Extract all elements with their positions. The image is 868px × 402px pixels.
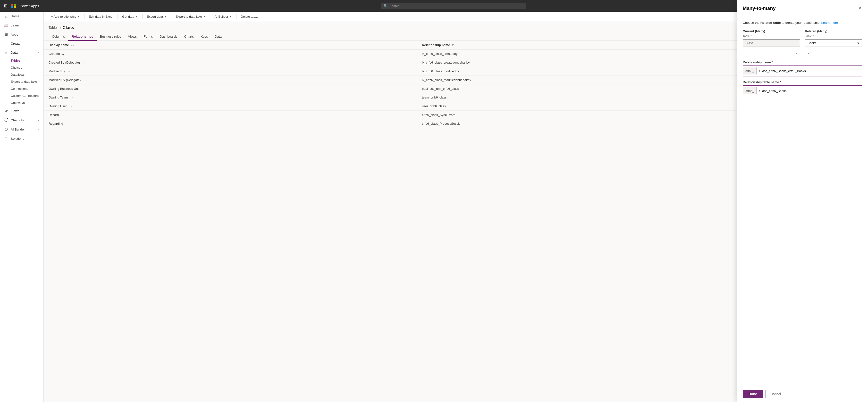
sidebar-item-data[interactable]: ≡ Data ∧ <box>0 48 43 57</box>
many-to-many-panel: Many-to-many × Choose the Related table … <box>737 12 868 402</box>
grid-menu-icon[interactable]: ⊞ <box>3 2 8 9</box>
current-many-label: Current (Many) <box>743 29 800 33</box>
ai-builder-button[interactable]: AI Builder ▼ <box>212 13 234 20</box>
search-input[interactable] <box>390 4 524 8</box>
related-table-label: Table * <box>805 34 862 38</box>
row-options-dots[interactable]: ··· <box>68 69 72 73</box>
toolbar-separator-4 <box>171 14 171 19</box>
relationship-name-input[interactable]: crfb6_ Class_crfb6_Books_crfb6_Books <box>743 66 862 76</box>
panel-description: Choose the Related table to create your … <box>743 21 862 25</box>
relationship-table-name-required: * <box>780 80 781 84</box>
sidebar-item-solutions[interactable]: ◻ Solutions <box>0 134 43 143</box>
sidebar-sub-dataflows[interactable]: Dataflows <box>0 71 43 78</box>
display-name-cell: Created By (Delegate) ··· <box>44 58 417 67</box>
sidebar-item-chatbots[interactable]: 💬 Chatbots ∨ <box>0 115 43 125</box>
toolbar-separator-1 <box>84 14 85 19</box>
tab-data[interactable]: Data <box>211 33 225 41</box>
ai-builder-icon: ⬡ <box>4 127 8 132</box>
sidebar-item-flows[interactable]: ⟳ Flows <box>0 106 43 115</box>
relationship-table-name-label: Relationship table name * <box>743 80 862 84</box>
edit-data-excel-button[interactable]: Edit data in Excel <box>87 13 116 20</box>
sidebar-item-label: Create <box>11 42 21 45</box>
breadcrumb-current: Class <box>62 25 74 30</box>
sidebar-sub-connections[interactable]: Connections <box>0 85 43 92</box>
sort-relationship-name-icon[interactable]: ∨ <box>452 44 454 46</box>
breadcrumb-separator: › <box>60 26 61 30</box>
tab-views[interactable]: Views <box>125 33 140 41</box>
row-options-dots[interactable]: ··· <box>83 61 87 64</box>
done-button[interactable]: Done <box>743 390 763 398</box>
tab-charts[interactable]: Charts <box>181 33 197 41</box>
related-table-dropdown-icon: ∨ <box>857 41 860 45</box>
relationship-table-name-prefix: crfb6_ <box>743 87 757 94</box>
search-box[interactable]: 🔍 <box>381 3 526 9</box>
sidebar-item-label: Data <box>11 51 18 54</box>
sidebar-sub-custom-connectors[interactable]: Custom Connectors <box>0 92 43 99</box>
panel-table-columns: Current (Many) Table * Class Related (Ma… <box>743 29 862 47</box>
sidebar-item-label: AI Builder <box>11 128 25 131</box>
get-data-caret: ▼ <box>135 15 138 18</box>
ai-builder-caret: ▼ <box>229 15 232 18</box>
delete-table-button[interactable]: Delete tab... <box>239 13 260 20</box>
tab-business-rules[interactable]: Business rules <box>97 33 125 41</box>
tab-keys[interactable]: Keys <box>197 33 211 41</box>
panel-body: Choose the Related table to create your … <box>737 16 868 386</box>
sidebar-sub-label: Connections <box>11 87 28 91</box>
sort-display-name-icon[interactable]: ↑ ↓ <box>71 44 74 46</box>
panel-header: Many-to-many × <box>737 12 868 16</box>
sidebar-item-apps[interactable]: ▦ Apps <box>0 30 43 39</box>
export-data-caret: ▼ <box>164 15 166 18</box>
data-expand-icon: ∧ <box>38 51 39 54</box>
sidebar-item-create[interactable]: + Create <box>0 39 43 48</box>
display-name-cell: Record ··· <box>44 111 417 120</box>
row-options-dots[interactable]: ··· <box>66 122 70 126</box>
row-options-dots[interactable]: ··· <box>62 113 66 117</box>
toolbar-separator-6 <box>236 14 237 19</box>
relationship-name-group: Relationship name * crfb6_ Class_crfb6_B… <box>743 60 862 76</box>
export-data-label: Export data <box>147 15 163 19</box>
ai-builder-expand-icon: ∨ <box>38 128 39 131</box>
relationship-table-name-value[interactable]: Class_crfb6_Books <box>757 89 862 93</box>
sidebar-item-home[interactable]: ⌂ Home <box>0 12 43 21</box>
row-options-dots[interactable]: ··· <box>70 104 74 108</box>
current-table-label: Table * <box>743 34 800 38</box>
tab-relationships[interactable]: Relationships <box>68 33 97 41</box>
sidebar-sub-export-data-lake[interactable]: Export to data lake <box>0 78 43 85</box>
relationship-name-value[interactable]: Class_crfb6_Books_crfb6_Books <box>757 69 862 73</box>
sidebar-item-ai-builder[interactable]: ⬡ AI Builder ∨ <box>0 125 43 134</box>
connector-asterisk-right: * <box>808 52 809 56</box>
row-options-dots[interactable]: ··· <box>82 87 87 91</box>
sidebar-sub-gateways[interactable]: Gateways <box>0 99 43 106</box>
sidebar-item-label: Learn <box>11 24 19 27</box>
breadcrumb-tables[interactable]: Tables <box>49 26 58 30</box>
row-options-dots[interactable]: ··· <box>84 78 88 82</box>
display-name-cell: Owning Team ··· <box>44 93 417 102</box>
get-data-button[interactable]: Get data ▼ <box>120 13 140 20</box>
sidebar-sub-label: Choices <box>11 66 22 69</box>
cancel-button[interactable]: Cancel <box>765 390 786 398</box>
solutions-icon: ◻ <box>4 136 8 141</box>
sidebar-sub-choices[interactable]: Choices <box>0 64 43 71</box>
panel-desc-bold: Related table <box>761 21 781 25</box>
connector-dash: — <box>801 52 804 56</box>
relationship-table-name-input[interactable]: crfb6_ Class_crfb6_Books <box>743 86 862 96</box>
tab-forms[interactable]: Forms <box>140 33 156 41</box>
related-table-select[interactable]: Books ∨ <box>805 39 862 47</box>
create-icon: + <box>4 41 8 45</box>
row-options-dots[interactable]: ··· <box>67 52 71 56</box>
tab-columns[interactable]: Columns <box>49 33 68 41</box>
display-name-cell: Modified By ··· <box>44 67 417 76</box>
export-data-lake-button[interactable]: Export to data lake ▼ <box>173 13 208 20</box>
tab-dashboards[interactable]: Dashboards <box>156 33 181 41</box>
sidebar-item-label: Apps <box>11 33 18 36</box>
sidebar-sub-tables[interactable]: Tables <box>0 57 43 64</box>
row-options-dots[interactable]: ··· <box>71 96 75 99</box>
sidebar-item-learn[interactable]: 📖 Learn <box>0 21 43 30</box>
learn-more-link[interactable]: Learn more <box>821 21 838 25</box>
add-relationship-button[interactable]: + Add relationship ▼ <box>49 13 82 20</box>
export-data-button[interactable]: Export data ▼ <box>145 13 169 20</box>
col-header-display-name[interactable]: Display name ↑ ↓ <box>44 41 417 49</box>
display-name-cell: Created By ··· <box>44 49 417 58</box>
related-table-value: Books <box>808 41 816 45</box>
relationship-name-required: * <box>772 60 773 64</box>
